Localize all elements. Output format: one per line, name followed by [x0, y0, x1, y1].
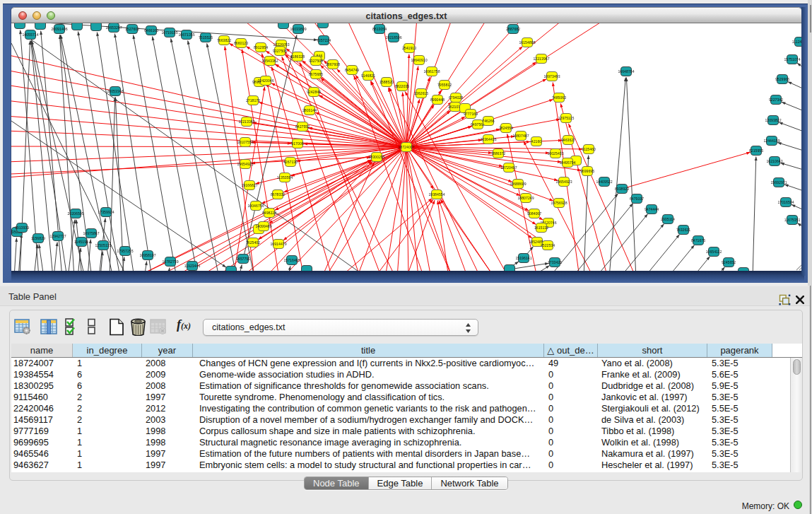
cell-year[interactable]: 2012	[146, 403, 165, 414]
tab-network-table[interactable]: Network Table	[432, 477, 507, 489]
cell-name[interactable]: 9115460	[13, 392, 48, 403]
graph-node[interactable]: 9463627	[561, 136, 575, 145]
graph-node[interactable]: 12444159	[763, 136, 779, 146]
graph-node[interactable]: 14409522	[596, 177, 612, 187]
cell-title[interactable]: Corpus callosum shape and size in male p…	[199, 426, 476, 437]
graph-node[interactable]: 8215955	[749, 146, 763, 156]
graph-node[interactable]: 15751074	[784, 55, 800, 64]
graph-edge-black[interactable]	[54, 243, 57, 271]
cell-year[interactable]: 2008	[146, 358, 165, 369]
cell-name[interactable]: 9463627	[13, 460, 49, 471]
graph-node[interactable]: 15196141	[515, 254, 531, 263]
graph-edge-black[interactable]	[572, 204, 632, 271]
cell-short[interactable]: Dudbridge et al. (2008)	[601, 380, 694, 392]
graph-node[interactable]: 8990448	[430, 95, 445, 105]
column-header-name[interactable]: name	[11, 344, 73, 357]
graph-node[interactable]: 14055714	[22, 30, 38, 40]
graph-node[interactable]: 9777169	[464, 110, 478, 119]
cell-in_degree[interactable]: 6	[77, 380, 82, 392]
network-canvas[interactable]: 1872400718300295193845547663822866012389…	[11, 23, 801, 271]
graph-node[interactable]: 17016504	[777, 198, 794, 207]
graph-node[interactable]: 20091406	[51, 25, 67, 34]
graph-edge-black[interactable]	[11, 121, 226, 267]
graph-edge-red[interactable]	[385, 147, 406, 271]
graph-node[interactable]: 9327506	[273, 47, 287, 56]
graph-edge-black[interactable]	[97, 32, 134, 271]
cell-in_degree[interactable]: 1	[77, 426, 82, 437]
cell-in_degree[interactable]: 1	[77, 437, 82, 448]
window-title-bar[interactable]: citations_edges.txt	[11, 7, 801, 23]
graph-node[interactable]: 9242845	[307, 88, 321, 97]
graph-node[interactable]: 9245652	[722, 258, 736, 267]
graph-edge-red[interactable]	[622, 152, 751, 189]
graph-node[interactable]: 42160	[531, 137, 542, 146]
graph-edge-red[interactable]	[11, 100, 406, 147]
graph-node[interactable]: 10653267	[105, 23, 122, 33]
cell-name[interactable]: 18300295	[13, 380, 54, 392]
cell-out_de[interactable]: 0	[548, 414, 553, 426]
graph-edge-red[interactable]	[11, 146, 406, 147]
graph-node[interactable]: 3824554	[499, 124, 513, 133]
graph-node[interactable]: 8427552	[295, 122, 310, 132]
graph-node[interactable]	[226, 267, 237, 271]
graph-edge-black[interactable]	[207, 43, 254, 271]
graph-node[interactable]: 16914479	[270, 240, 286, 249]
column-settings-icon[interactable]	[40, 318, 58, 335]
graph-node[interactable]	[35, 23, 46, 30]
cell-short[interactable]: Nakamura et al. (1997)	[601, 448, 694, 460]
graph-node[interactable]: 8454749	[345, 66, 359, 75]
graph-node[interactable]: 19654923	[555, 177, 572, 187]
graph-node[interactable]: 20364436	[480, 135, 496, 144]
cell-pagerank[interactable]: 5.6E-5	[712, 369, 739, 380]
table-selector-combobox[interactable]: citations_edges.txt	[203, 319, 478, 336]
cell-in_degree[interactable]: 1	[77, 358, 82, 369]
graph-node[interactable]: 2803144	[302, 106, 317, 115]
table-vertical-scrollbar[interactable]	[790, 358, 802, 472]
graph-node[interactable]: 2887682	[506, 25, 520, 34]
function-builder-icon[interactable]: f(x)	[177, 317, 191, 332]
graph-node[interactable]	[505, 265, 515, 271]
graph-node[interactable]: 8822035	[395, 82, 409, 91]
graph-node[interactable]	[739, 268, 749, 271]
graph-edge-red[interactable]	[134, 160, 371, 271]
graph-node[interactable]: 746266	[482, 117, 494, 126]
graph-node[interactable]: 9529966	[775, 75, 789, 84]
graph-node[interactable]: 16961758	[423, 67, 440, 76]
graph-edge-red[interactable]	[406, 23, 565, 147]
cell-name[interactable]: 9465546	[13, 448, 49, 460]
column-header-in_degree[interactable]: in_degree	[73, 344, 142, 357]
cell-out_de[interactable]: 0	[548, 380, 553, 392]
graph-node[interactable]	[278, 23, 289, 29]
graph-node[interactable]: 1145194	[74, 238, 88, 247]
cell-title[interactable]: Embryonic stem cells: a model to study s…	[199, 460, 531, 471]
new-file-icon[interactable]	[109, 318, 124, 336]
graph-node[interactable]: 1588520	[379, 78, 394, 87]
cell-name[interactable]: 18724007	[13, 358, 54, 369]
float-panel-icon[interactable]	[779, 294, 791, 305]
graph-node[interactable]: 10807487	[512, 132, 529, 141]
cell-out_de[interactable]: 0	[548, 403, 553, 414]
graph-node[interactable]: 1733426	[548, 258, 562, 267]
merge-rows-icon[interactable]	[88, 318, 96, 335]
graph-edge-red[interactable]	[439, 200, 468, 271]
cell-name[interactable]: 14569117	[13, 414, 53, 426]
cell-short[interactable]: de Silva et al. (2003)	[601, 414, 684, 426]
graph-node[interactable]: 2718176	[246, 96, 260, 105]
graph-edge-black[interactable]	[510, 263, 549, 269]
graph-node[interactable]: 9084067	[527, 209, 541, 218]
graph-node[interactable]: 9457791	[236, 255, 250, 264]
cell-short[interactable]: Hescheler et al. (1997)	[601, 460, 693, 471]
cell-out_de[interactable]: 0	[548, 460, 553, 471]
graph-node[interactable]: 7663822	[217, 36, 231, 45]
graph-node[interactable]: 12942737	[49, 232, 66, 241]
cell-short[interactable]: Stergiakouli et al. (2012)	[601, 403, 700, 414]
graph-node[interactable]: 19218506	[385, 33, 401, 42]
network-graph[interactable]: 1872400718300295193845547663822866012389…	[11, 23, 801, 271]
cell-out_de[interactable]: 49	[548, 358, 558, 369]
graph-node[interactable]: 7625402	[246, 238, 260, 247]
graph-edge-red[interactable]	[198, 147, 406, 271]
graph-node[interactable]	[15, 23, 25, 29]
close-panel-icon[interactable]	[796, 296, 804, 304]
graph-edge-black[interactable]	[609, 78, 625, 271]
graph-node[interactable]: 9115460	[582, 145, 596, 154]
